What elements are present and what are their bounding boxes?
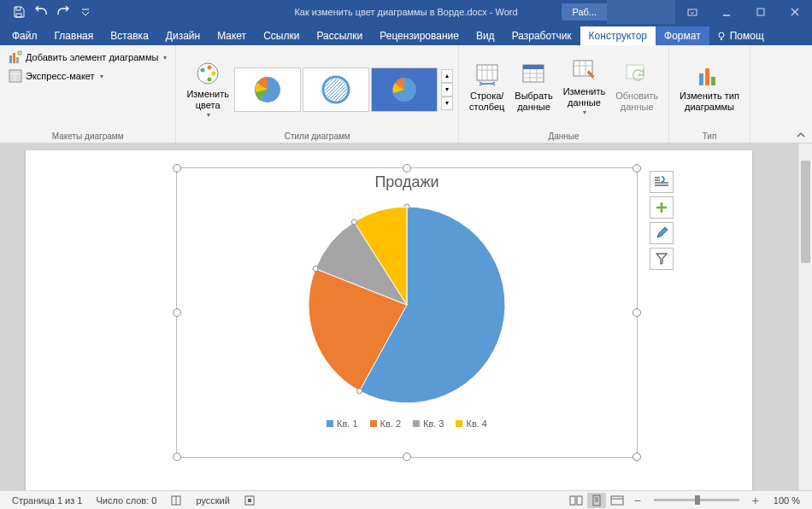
legend-label: Кв. 2: [380, 418, 401, 429]
tab-chart-design[interactable]: Конструктор: [580, 26, 656, 45]
chart-style-3[interactable]: [371, 67, 438, 112]
undo-button[interactable]: [31, 2, 51, 22]
chart-elements-button[interactable]: [650, 196, 674, 219]
legend-label: Кв. 1: [337, 418, 357, 429]
macro-button[interactable]: [237, 494, 262, 506]
tab-layout[interactable]: Макет: [209, 26, 255, 45]
svg-rect-2: [757, 9, 764, 15]
macro-icon: [244, 494, 256, 506]
legend-item[interactable]: Кв. 3: [413, 418, 444, 429]
chart-object[interactable]: Продажи Кв. 1Кв. 2Кв. 3Кв. 4: [176, 167, 638, 458]
gallery-scroll-up[interactable]: ▴: [441, 69, 453, 83]
scrollbar-thumb[interactable]: [801, 161, 810, 263]
book-icon: [170, 494, 182, 506]
selection-handle[interactable]: [173, 164, 181, 173]
zoom-in-button[interactable]: +: [746, 493, 765, 508]
plus-icon: [655, 201, 668, 214]
zoom-out-button[interactable]: −: [628, 493, 647, 508]
edit-data-icon: [570, 57, 597, 85]
svg-point-32: [351, 219, 356, 225]
legend-swatch: [327, 420, 333, 427]
page-indicator[interactable]: Страница 1 из 1: [5, 495, 89, 506]
zoom-slider[interactable]: [654, 499, 739, 501]
selection-handle[interactable]: [173, 308, 181, 317]
minimize-button[interactable]: [709, 0, 744, 24]
read-icon: [569, 494, 583, 506]
svg-rect-37: [577, 496, 582, 505]
lightbulb-icon: [716, 31, 727, 41]
switch-rc-icon: [474, 61, 501, 89]
tab-home[interactable]: Главная: [46, 26, 103, 45]
collapse-ribbon-button[interactable]: [793, 129, 809, 141]
print-layout-button[interactable]: [587, 493, 606, 508]
layout-options-button[interactable]: [650, 171, 674, 193]
account-area[interactable]: [607, 0, 675, 24]
edit-data-button[interactable]: Изменить данные ▾: [558, 49, 611, 126]
qat-customize-button[interactable]: [75, 2, 96, 22]
tab-design[interactable]: Дизайн: [157, 26, 209, 45]
selection-handle[interactable]: [633, 308, 641, 317]
chart-legend[interactable]: Кв. 1Кв. 2Кв. 3Кв. 4: [177, 418, 637, 429]
quick-layout-button[interactable]: Экспресс-макет ▾: [5, 67, 170, 85]
pie-chart[interactable]: [177, 198, 637, 412]
ribbon-display-button[interactable]: [675, 0, 709, 24]
chart-filters-button[interactable]: [650, 248, 674, 270]
group-data: Строка/ столбец Выбрать данные Изменить …: [459, 45, 669, 143]
zoom-level[interactable]: 100 %: [767, 495, 807, 506]
spellcheck-button[interactable]: [163, 494, 189, 506]
legend-item[interactable]: Кв. 4: [456, 418, 486, 429]
word-count[interactable]: Число слов: 0: [89, 495, 163, 506]
page: Продажи Кв. 1Кв. 2Кв. 3Кв. 4: [26, 150, 752, 490]
document-canvas[interactable]: Продажи Кв. 1Кв. 2Кв. 3Кв. 4: [0, 143, 798, 490]
save-button[interactable]: [9, 2, 29, 22]
palette-icon: [194, 60, 221, 87]
page-icon: [591, 494, 603, 506]
svg-rect-11: [15, 74, 21, 81]
selection-handle[interactable]: [403, 164, 411, 173]
web-layout-button[interactable]: [608, 493, 627, 508]
gallery-expand[interactable]: ▾: [441, 97, 453, 110]
select-data-button[interactable]: Выбрать данные: [509, 49, 557, 126]
tab-developer[interactable]: Разработчик: [503, 26, 580, 45]
vertical-scrollbar[interactable]: [798, 143, 812, 490]
gallery-scroll-down[interactable]: ▾: [441, 83, 453, 97]
tab-chart-format[interactable]: Формат: [656, 26, 709, 45]
selection-handle[interactable]: [633, 164, 641, 173]
switch-row-column-button[interactable]: Строка/ столбец: [464, 49, 509, 126]
svg-rect-27: [705, 68, 709, 85]
tab-mailings[interactable]: Рассылки: [308, 26, 371, 45]
refresh-data-button[interactable]: Обновить данные: [610, 49, 663, 126]
tab-insert[interactable]: Вставка: [102, 26, 157, 45]
change-chart-type-button[interactable]: Изменить тип диаграммы: [674, 49, 744, 126]
chart-styles-button[interactable]: [650, 222, 674, 244]
funnel-icon: [655, 252, 668, 266]
close-button[interactable]: [778, 0, 812, 24]
tell-me-button[interactable]: Помощ: [709, 26, 771, 45]
tab-file[interactable]: Файл: [3, 26, 46, 45]
chevron-up-icon: [796, 131, 806, 139]
read-mode-button[interactable]: [567, 493, 585, 508]
change-colors-button[interactable]: Изменить цвета ▾: [181, 51, 234, 128]
add-chart-element-button[interactable]: Добавить элемент диаграммы ▾: [5, 49, 170, 66]
tab-view[interactable]: Вид: [468, 26, 503, 45]
legend-item[interactable]: Кв. 2: [370, 418, 401, 429]
redo-button[interactable]: [53, 2, 74, 22]
selection-handle[interactable]: [403, 453, 411, 461]
selection-handle[interactable]: [633, 453, 641, 461]
web-icon: [610, 494, 624, 506]
legend-item[interactable]: Кв. 1: [327, 418, 357, 429]
svg-point-3: [719, 32, 724, 38]
tab-review[interactable]: Рецензирование: [371, 26, 468, 45]
svg-point-30: [357, 389, 362, 394]
language-indicator[interactable]: русский: [189, 495, 236, 506]
zoom-slider-handle[interactable]: [695, 495, 700, 505]
tab-references[interactable]: Ссылки: [255, 26, 308, 45]
title-bar-right: Раб...: [562, 0, 812, 24]
svg-point-16: [208, 77, 212, 81]
maximize-button[interactable]: [744, 0, 778, 24]
chevron-down-icon: ▾: [100, 73, 103, 80]
selection-handle[interactable]: [173, 453, 181, 461]
chart-style-1[interactable]: [234, 67, 301, 112]
chart-style-2[interactable]: [303, 67, 369, 112]
svg-rect-28: [711, 77, 715, 85]
